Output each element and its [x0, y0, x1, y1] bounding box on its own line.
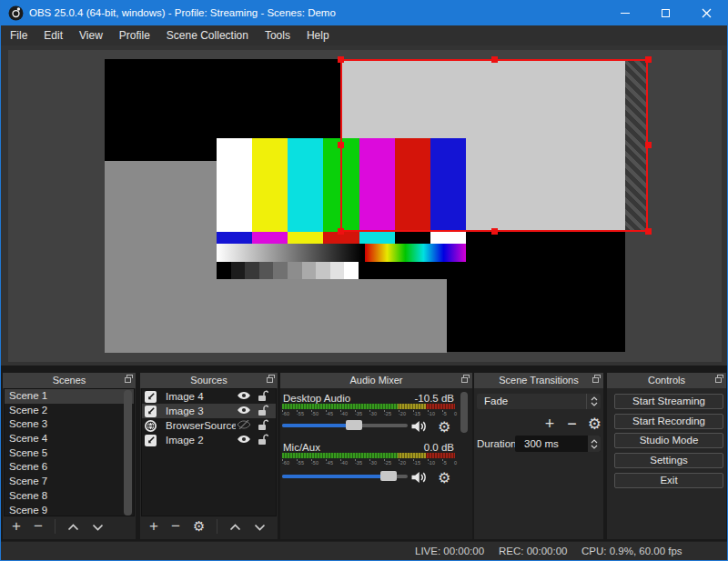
scene-row[interactable]: Scene 1 — [5, 389, 134, 404]
source-down-button[interactable] — [248, 517, 272, 536]
close-button[interactable] — [686, 0, 727, 25]
menu-item[interactable]: Tools — [257, 25, 298, 45]
volume-slider[interactable] — [282, 420, 408, 431]
scene-row[interactable]: Scene 7 — [5, 475, 134, 489]
controls-header[interactable]: Controls — [607, 373, 726, 388]
preview-canvas[interactable] — [8, 50, 722, 362]
mixer-channel-label: Desktop Audio -10.5 dB — [283, 393, 454, 404]
scenes-scrollbar[interactable] — [124, 390, 132, 516]
spinbox-arrows-icon[interactable] — [588, 436, 601, 452]
scenes-panel-header[interactable]: Scenes — [3, 373, 136, 388]
transition-select[interactable]: Fade — [477, 394, 601, 409]
remove-source-button[interactable]: − — [165, 517, 187, 536]
testcard-square — [288, 232, 323, 244]
source-up-button[interactable] — [223, 517, 248, 536]
testcard-square — [430, 232, 466, 244]
scene-item-black-bottomright[interactable] — [447, 232, 625, 352]
selection-handle-topleft[interactable] — [338, 56, 344, 63]
speaker-icon[interactable] — [410, 471, 427, 487]
control-button[interactable]: Exit — [614, 473, 723, 488]
add-source-button[interactable]: + — [143, 517, 165, 536]
visibility-eye-icon[interactable] — [236, 406, 252, 416]
selection-handle-bottomright[interactable] — [645, 228, 652, 235]
menu-item[interactable]: File — [2, 25, 35, 45]
visibility-eye-slash-icon[interactable] — [236, 420, 252, 431]
menu-item[interactable]: View — [71, 25, 111, 45]
scene-row[interactable]: Scene 9 — [5, 504, 134, 517]
volume-slider[interactable] — [282, 471, 408, 482]
scene-row[interactable]: Scene 6 — [5, 460, 134, 475]
channel-gear-icon[interactable]: ⚙ — [438, 418, 450, 436]
menu-item[interactable]: Profile — [111, 25, 158, 45]
lock-open-icon[interactable] — [258, 405, 268, 418]
maximize-button[interactable] — [645, 0, 686, 25]
source-name: Image 2 — [166, 435, 236, 446]
tick-label: -15 — [413, 411, 420, 416]
menu-item[interactable]: Help — [298, 25, 338, 45]
channel-gear-icon[interactable]: ⚙ — [438, 469, 450, 486]
image-source-icon — [145, 391, 157, 403]
lock-open-icon[interactable] — [258, 419, 268, 433]
selection-handle-bottomleft[interactable] — [338, 228, 344, 235]
selection-handle-bottommid[interactable] — [491, 228, 498, 235]
control-button[interactable]: Settings — [614, 453, 723, 468]
minimize-button[interactable] — [604, 0, 645, 25]
scene-row[interactable]: Scene 3 — [5, 417, 134, 432]
control-button[interactable]: Studio Mode — [614, 433, 723, 448]
selection-handle-topmid[interactable] — [491, 56, 498, 63]
audio-mixer-header[interactable]: Audio Mixer — [280, 373, 472, 388]
controls-dock-icon[interactable] — [715, 377, 722, 383]
scene-row[interactable]: Scene 8 — [5, 489, 134, 504]
volume-meter — [282, 453, 455, 458]
volume-slider-handle[interactable] — [380, 471, 397, 481]
volume-meter — [282, 404, 455, 409]
source-name: Image 4 — [166, 391, 236, 402]
sources-dock-icon[interactable] — [267, 377, 273, 383]
tick-label: -20 — [399, 411, 406, 416]
add-transition-button[interactable]: + — [543, 415, 557, 433]
scene-row[interactable]: Scene 5 — [5, 446, 134, 461]
scene-down-button[interactable] — [86, 517, 110, 536]
testcard-square — [395, 232, 430, 244]
volume-slider-handle[interactable] — [346, 420, 362, 430]
source-row[interactable]: Image 3 — [142, 404, 276, 418]
selection-handle-midleft[interactable] — [338, 142, 344, 148]
scene-row[interactable]: Scene 4 — [5, 432, 134, 446]
channel-db: 0.0 dB — [424, 442, 454, 453]
tick-label: -10 — [428, 460, 435, 466]
transitions-dock-icon[interactable] — [592, 377, 599, 383]
mixer-scrollbar[interactable] — [460, 392, 468, 433]
tick-label: -45 — [326, 411, 333, 416]
visibility-eye-icon[interactable] — [236, 435, 252, 446]
sources-panel-header[interactable]: Sources — [140, 373, 278, 388]
scene-up-button[interactable] — [61, 517, 86, 536]
source-properties-gear-icon[interactable]: ⚙ — [187, 517, 211, 536]
control-button[interactable]: Start Recording — [614, 414, 723, 429]
lock-open-icon[interactable] — [258, 390, 268, 404]
visibility-eye-icon[interactable] — [236, 391, 252, 402]
transition-properties-gear-icon[interactable]: ⚙ — [588, 415, 602, 433]
scenes-dock-icon[interactable] — [125, 377, 131, 383]
selection-handle-topright[interactable] — [645, 56, 652, 63]
combo-arrows-icon[interactable] — [586, 394, 601, 409]
source-row[interactable]: Image 2 — [142, 433, 276, 447]
source-row[interactable]: BrowserSource — [142, 418, 276, 433]
lock-open-icon[interactable] — [258, 434, 268, 447]
mixer-dock-icon[interactable] — [461, 377, 468, 383]
scene-row[interactable]: Scene 2 — [5, 404, 134, 418]
title-bar[interactable]: OBS 25.0.4 (64-bit, windows) - Profile: … — [1, 0, 727, 25]
remove-scene-button[interactable]: − — [27, 517, 49, 536]
selection-rectangle[interactable] — [340, 59, 648, 232]
control-button[interactable]: Start Streaming — [614, 394, 723, 409]
transitions-header[interactable]: Scene Transitions — [474, 373, 603, 388]
source-name: Image 3 — [166, 406, 236, 416]
add-scene-button[interactable]: + — [5, 517, 27, 536]
remove-transition-button[interactable]: − — [565, 415, 579, 433]
speaker-icon[interactable] — [410, 420, 427, 436]
menu-item[interactable]: Scene Collection — [158, 25, 257, 45]
duration-spinbox[interactable]: 300 ms — [515, 436, 601, 452]
selection-handle-midright[interactable] — [645, 142, 652, 148]
source-row[interactable]: Image 4 — [142, 389, 276, 404]
menu-item[interactable]: Edit — [35, 25, 71, 45]
channel-db: -10.5 dB — [415, 393, 454, 404]
